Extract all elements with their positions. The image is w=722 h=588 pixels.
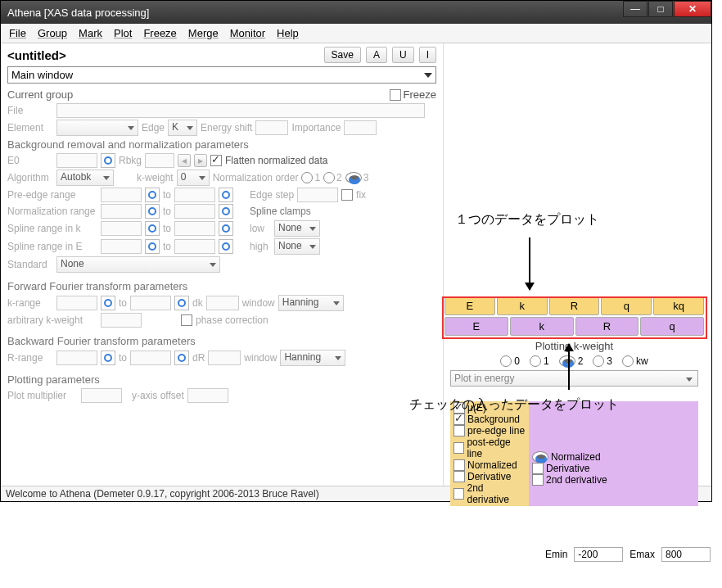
- opt-2deriv-b-checkbox[interactable]: [532, 474, 544, 486]
- kw-kw-radio[interactable]: [622, 355, 634, 367]
- phase-checkbox[interactable]: [181, 314, 192, 326]
- target-icon[interactable]: [219, 239, 233, 254]
- target-icon[interactable]: [219, 204, 233, 219]
- u-button[interactable]: U: [392, 47, 414, 63]
- normrange-label: Normalization range: [7, 206, 97, 217]
- minimize-button[interactable]: —: [623, 1, 648, 17]
- target-icon[interactable]: [101, 351, 115, 365]
- project-title: <untitled>: [7, 48, 66, 62]
- menu-group[interactable]: Group: [34, 25, 70, 41]
- opt-preedge-checkbox[interactable]: [454, 425, 465, 436]
- target-icon[interactable]: [145, 204, 160, 219]
- section-bft: Backward Fourier transform parameters: [1, 333, 443, 349]
- menu-help[interactable]: Help: [273, 25, 302, 41]
- standard-select[interactable]: None: [56, 256, 220, 273]
- fft-window-select[interactable]: Hanning: [278, 295, 344, 311]
- opt-norm-radio[interactable]: [532, 451, 548, 463]
- kw-1-radio[interactable]: [530, 355, 541, 367]
- kweight-select[interactable]: 0: [177, 170, 210, 186]
- bft-window-select[interactable]: Hanning: [280, 350, 345, 366]
- target-icon[interactable]: [145, 188, 160, 202]
- splinee-from-input[interactable]: [101, 239, 142, 254]
- e0-target-icon[interactable]: [101, 153, 115, 168]
- target-icon[interactable]: [174, 296, 189, 310]
- emax-label: Emax: [629, 549, 655, 560]
- edgestep-input[interactable]: [297, 188, 338, 202]
- eshift-input[interactable]: [255, 120, 288, 135]
- importance-input[interactable]: [344, 120, 377, 135]
- right-arrow-button[interactable]: ▸: [194, 154, 207, 167]
- opt-bkg-checkbox[interactable]: [454, 414, 465, 425]
- kw-2-radio[interactable]: [559, 355, 575, 367]
- edgestep-label: Edge step: [250, 189, 294, 201]
- freeze-checkbox[interactable]: [390, 89, 401, 101]
- view-selector[interactable]: Main window: [7, 66, 436, 84]
- krange-from-input[interactable]: [56, 296, 97, 310]
- titlebar: Athena [XAS data processing] — □ ✕: [1, 1, 711, 24]
- plotmult-label: Plot multiplier: [7, 390, 78, 401]
- target-icon[interactable]: [145, 221, 160, 236]
- normrange-to-input[interactable]: [174, 204, 215, 219]
- target-icon[interactable]: [219, 221, 233, 236]
- opt-deriv-b-checkbox[interactable]: [532, 463, 544, 474]
- rrange-to-input[interactable]: [130, 351, 171, 365]
- file-input[interactable]: [56, 103, 425, 118]
- normorder-3-radio[interactable]: [345, 172, 362, 183]
- left-arrow-button[interactable]: ◂: [178, 154, 191, 167]
- e0-input[interactable]: [56, 153, 97, 168]
- close-button[interactable]: ✕: [674, 1, 711, 17]
- menu-plot[interactable]: Plot: [111, 25, 135, 41]
- menu-freeze[interactable]: Freeze: [140, 25, 179, 41]
- emin-input[interactable]: [574, 547, 623, 562]
- preedge-to-input[interactable]: [174, 188, 215, 202]
- normorder-1-radio[interactable]: [301, 172, 313, 183]
- target-icon[interactable]: [174, 351, 189, 365]
- edge-select[interactable]: K: [168, 120, 197, 136]
- i-button[interactable]: I: [419, 47, 436, 63]
- rrange-label: R-range: [7, 352, 53, 364]
- menu-mark[interactable]: Mark: [75, 25, 106, 41]
- krange-to-input[interactable]: [130, 296, 171, 310]
- menu-merge[interactable]: Merge: [185, 25, 222, 41]
- clamp-low-select[interactable]: None: [274, 220, 320, 237]
- yoff-input[interactable]: [187, 388, 228, 403]
- flatten-checkbox[interactable]: [210, 155, 222, 166]
- window-title: Athena [XAS data processing]: [7, 7, 149, 19]
- fix-checkbox[interactable]: [341, 189, 353, 201]
- clamp-high-select[interactable]: None: [274, 238, 320, 255]
- dk-input[interactable]: [206, 296, 239, 310]
- target-icon[interactable]: [219, 188, 233, 202]
- splinek-to-input[interactable]: [174, 221, 215, 236]
- target-icon[interactable]: [145, 239, 160, 254]
- algorithm-select[interactable]: Autobk: [56, 170, 114, 186]
- element-select[interactable]: [56, 120, 138, 136]
- splinek-from-input[interactable]: [101, 221, 142, 236]
- menu-file[interactable]: File: [6, 25, 29, 41]
- plot-mode-select[interactable]: Plot in energy: [450, 370, 698, 387]
- rrange-from-input[interactable]: [56, 351, 97, 365]
- maximize-button[interactable]: □: [648, 1, 673, 17]
- arbkw-input[interactable]: [101, 313, 142, 328]
- menu-monitor[interactable]: Monitor: [227, 25, 268, 41]
- plotmult-input[interactable]: [81, 388, 122, 403]
- save-button[interactable]: Save: [324, 47, 361, 63]
- a-button[interactable]: A: [366, 47, 387, 63]
- opt-postedge-checkbox[interactable]: [454, 442, 464, 454]
- target-icon[interactable]: [101, 296, 115, 310]
- dr-input[interactable]: [208, 351, 241, 365]
- annotation-multi: チェックの入ったデータをプロット: [409, 396, 619, 414]
- preedge-from-input[interactable]: [101, 188, 142, 202]
- splinee-to-input[interactable]: [174, 239, 215, 254]
- normorder-label: Normalization order: [213, 172, 299, 183]
- kw-0-radio[interactable]: [500, 355, 512, 367]
- normorder-2-radio[interactable]: [323, 172, 335, 183]
- normrange-from-input[interactable]: [101, 204, 142, 219]
- kw-3-radio[interactable]: [593, 355, 604, 367]
- opt-deriv-checkbox[interactable]: [454, 471, 465, 482]
- section-plotparams: Plotting parameters: [1, 372, 443, 387]
- rbkg-input[interactable]: [145, 153, 174, 168]
- emax-input[interactable]: [661, 547, 711, 562]
- emin-label: Emin: [545, 549, 567, 560]
- opt-2deriv-checkbox[interactable]: [454, 488, 464, 500]
- opt-norm-checkbox[interactable]: [454, 459, 465, 471]
